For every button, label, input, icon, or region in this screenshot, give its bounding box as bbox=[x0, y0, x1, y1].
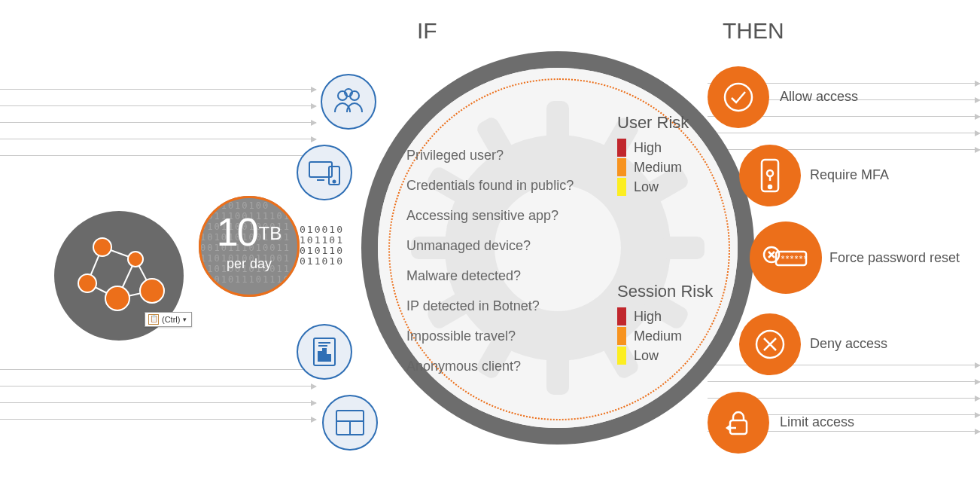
session-risk-title: Session Risk bbox=[617, 282, 713, 301]
action-label: Force password reset bbox=[829, 250, 960, 266]
action-label: Deny access bbox=[810, 336, 887, 352]
heading-then: THEN bbox=[723, 18, 784, 44]
svg-point-32 bbox=[767, 170, 773, 176]
action-deny bbox=[739, 313, 801, 375]
data-volume-sub: per day bbox=[199, 256, 300, 272]
deny-icon bbox=[753, 327, 787, 362]
svg-point-31 bbox=[768, 185, 772, 188]
condition-item: Credentials found in public? bbox=[406, 170, 574, 200]
data-volume-circle: 0111010100 1011100111101 0101100100011 1… bbox=[199, 196, 300, 297]
risk-level: Low bbox=[617, 178, 689, 196]
svg-rect-18 bbox=[318, 352, 321, 361]
devices-icon bbox=[297, 145, 352, 200]
check-icon bbox=[721, 80, 756, 115]
risk-level: Medium bbox=[617, 327, 713, 345]
flow-arrow bbox=[0, 139, 316, 139]
risk-level: Low bbox=[617, 347, 713, 365]
svg-point-16 bbox=[333, 181, 336, 183]
svg-rect-20 bbox=[327, 355, 330, 361]
chevron-down-icon: ▾ bbox=[183, 316, 187, 323]
flow-arrow bbox=[0, 155, 316, 156]
action-label: Allow access bbox=[780, 89, 858, 105]
action-label: Limit access bbox=[780, 414, 854, 430]
condition-item: Unmanaged device? bbox=[406, 231, 574, 261]
diagram-stage: IF THEN 📋 (Ctrl) ▾ 01110 bbox=[0, 0, 980, 498]
flow-arrow bbox=[708, 381, 980, 382]
risk-level: Medium bbox=[617, 158, 689, 176]
condition-item: Anonymous client? bbox=[406, 351, 574, 381]
lock-limit-icon bbox=[721, 405, 756, 440]
users-icon bbox=[321, 74, 376, 130]
binary-stream: 010010 101101 010110 011010 bbox=[300, 225, 344, 267]
heading-if: IF bbox=[417, 18, 437, 44]
action-allow bbox=[708, 66, 769, 128]
risk-level: High bbox=[617, 307, 713, 325]
flow-arrow bbox=[708, 133, 980, 133]
report-icon bbox=[297, 324, 352, 380]
ctrl-paste-popup[interactable]: 📋 (Ctrl) ▾ bbox=[145, 312, 192, 327]
flow-arrow bbox=[0, 89, 316, 90]
password-reset-icon: ****** bbox=[762, 241, 809, 274]
flow-arrow bbox=[0, 419, 316, 420]
svg-point-9 bbox=[105, 286, 129, 310]
mfa-phone-icon bbox=[756, 157, 784, 194]
flow-arrow bbox=[708, 149, 980, 150]
action-label: Require MFA bbox=[810, 167, 889, 183]
risk-level: High bbox=[617, 139, 689, 157]
flow-arrow bbox=[0, 386, 316, 386]
action-limit bbox=[708, 392, 769, 454]
condition-item: Impossible travel? bbox=[406, 321, 574, 351]
data-volume-value: 10TB bbox=[199, 209, 300, 255]
condition-list: Privileged user? Credentials found in pu… bbox=[406, 140, 574, 381]
condition-item: Privileged user? bbox=[406, 140, 574, 170]
svg-point-7 bbox=[78, 274, 96, 292]
layout-icon bbox=[322, 395, 378, 451]
flow-arrow bbox=[0, 122, 316, 123]
svg-rect-19 bbox=[323, 349, 326, 361]
action-password-reset: ****** bbox=[750, 222, 822, 294]
flow-arrow bbox=[0, 369, 316, 370]
flow-arrow bbox=[0, 105, 316, 106]
ctrl-popup-label: (Ctrl) bbox=[162, 315, 180, 324]
user-risk-block: User Risk High Medium Low bbox=[617, 113, 689, 197]
paste-icon: 📋 bbox=[148, 314, 159, 325]
condition-item: Accessing sensitive app? bbox=[406, 200, 574, 231]
svg-point-10 bbox=[140, 279, 164, 303]
condition-item: Malware detected? bbox=[406, 261, 574, 291]
svg-text:******: ****** bbox=[781, 255, 808, 263]
svg-point-6 bbox=[93, 238, 111, 256]
action-mfa bbox=[739, 145, 801, 206]
svg-point-8 bbox=[128, 252, 143, 267]
session-risk-block: Session Risk High Medium Low bbox=[617, 282, 713, 366]
user-risk-title: User Risk bbox=[617, 113, 689, 133]
condition-item: IP detected in Botnet? bbox=[406, 291, 574, 321]
svg-point-29 bbox=[725, 84, 752, 111]
flow-arrow bbox=[0, 402, 316, 403]
